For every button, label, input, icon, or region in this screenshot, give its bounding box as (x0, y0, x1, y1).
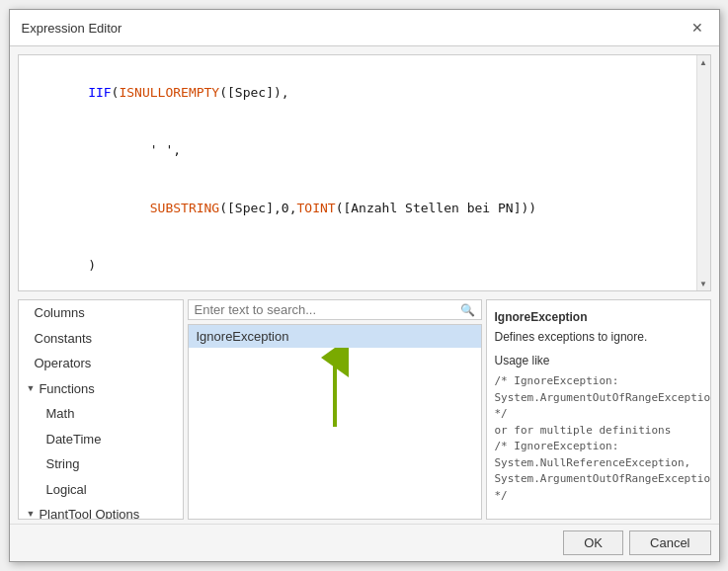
info-panel: IgnoreException Defines exceptions to ig… (486, 299, 711, 520)
info-code-line-4: /* IgnoreException: (495, 439, 702, 455)
code-line-1: IIF(ISNULLOREMPTY([Spec]), (27, 63, 690, 122)
cancel-button[interactable]: Cancel (629, 530, 710, 555)
chevron-down-icon-2: ▼ (27, 508, 36, 520)
list-item[interactable]: IgnoreException (189, 325, 481, 348)
info-code-line-6: System.ArgumentOutOfRangeException */ (495, 471, 702, 504)
chevron-down-icon: ▼ (27, 382, 36, 396)
search-icon: 🔍 (460, 303, 475, 317)
title-bar: Expression Editor ✕ (10, 10, 719, 46)
sidebar-item-string[interactable]: String (19, 451, 183, 477)
sidebar-group-functions-label: Functions (39, 379, 94, 399)
search-input[interactable] (195, 302, 456, 317)
expression-editor-dialog: Expression Editor ✕ IIF(ISNULLOREMPTY([S… (9, 9, 720, 562)
sidebar-item-operators[interactable]: Operators (19, 351, 183, 376)
sidebar-item-math[interactable]: Math (19, 401, 183, 427)
code-line-2: ' ', (27, 122, 690, 180)
info-code-line-3: or for multiple definitions (495, 423, 702, 440)
sidebar-group-planttool-label: PlantTool Options (39, 505, 139, 520)
code-line-3: SUBSTRING([Spec],0,TOINT([Anzahl Stellen… (27, 179, 690, 237)
middle-panel: 🔍 IgnoreException (188, 299, 482, 520)
info-description: Defines exceptions to ignore. (495, 328, 702, 346)
arrow-up-icon (305, 348, 364, 437)
code-editor[interactable]: IIF(ISNULLOREMPTY([Spec]), ' ', SUBSTRIN… (18, 54, 711, 291)
info-usage-label: Usage like (495, 352, 702, 369)
ok-button[interactable]: OK (563, 530, 623, 555)
scroll-up[interactable]: ▲ (696, 55, 710, 69)
close-button[interactable]: ✕ (688, 18, 707, 38)
info-code-line-1: /* IgnoreException: (495, 373, 702, 390)
sidebar-group-functions[interactable]: ▼ Functions (19, 376, 183, 402)
dialog-title: Expression Editor (22, 21, 122, 36)
sidebar-item-logical[interactable]: Logical (19, 477, 183, 503)
left-panel: Columns Constants Operators ▼ Functions … (18, 299, 184, 520)
sidebar-item-columns[interactable]: Columns (19, 300, 183, 326)
info-code-line-5: System.NullReferenceException, (495, 455, 702, 472)
scroll-down[interactable]: ▼ (696, 277, 710, 290)
footer: OK Cancel (10, 524, 719, 561)
bottom-section: Columns Constants Operators ▼ Functions … (18, 299, 711, 520)
info-name: IgnoreException (495, 308, 702, 326)
sidebar-item-datetime[interactable]: DateTime (19, 427, 183, 452)
arrow-container (189, 348, 481, 466)
sidebar-item-constants[interactable]: Constants (19, 326, 183, 352)
code-line-4: ) (27, 237, 690, 291)
editor-content[interactable]: IIF(ISNULLOREMPTY([Spec]), ' ', SUBSTRIN… (19, 55, 710, 290)
info-code-line-2: System.ArgumentOutOfRangeException */ (495, 390, 702, 423)
search-bar: 🔍 (188, 299, 482, 320)
sidebar-group-planttool[interactable]: ▼ PlantTool Options (19, 502, 183, 520)
info-code: /* IgnoreException: System.ArgumentOutOf… (495, 373, 702, 504)
editor-scrollbar[interactable]: ▲ ▼ (696, 55, 710, 290)
results-list: IgnoreException (188, 324, 482, 520)
